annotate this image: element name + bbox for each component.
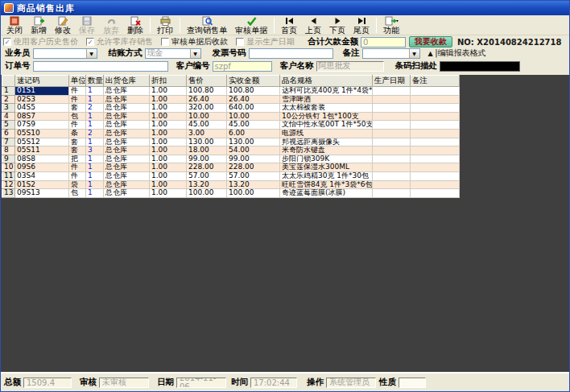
column-header[interactable]: 备注 <box>411 76 460 87</box>
cell-quantity[interactable]: 1 <box>86 155 104 163</box>
cell-warehouse[interactable]: 总仓库 <box>104 189 150 198</box>
cell-warehouse[interactable]: 总仓库 <box>104 121 150 130</box>
cell-unit[interactable]: 件 <box>69 121 86 130</box>
cell-warehouse[interactable]: 总仓库 <box>104 171 150 180</box>
cell-unit[interactable]: 件 <box>69 171 86 180</box>
cell-discount[interactable]: 1.00 <box>150 104 187 113</box>
cell-code[interactable]: 01S2 <box>15 180 69 189</box>
cell-price[interactable]: 18.00 <box>187 146 227 155</box>
column-header[interactable]: 数量 <box>86 76 104 87</box>
cell-unit[interactable]: 条 <box>69 129 86 138</box>
cell-warehouse[interactable]: 总仓库 <box>104 146 150 155</box>
cell-quantity[interactable]: 2 <box>86 129 104 138</box>
cell-code[interactable]: 08S8 <box>15 155 69 163</box>
barcode-scan-input[interactable] <box>440 61 520 72</box>
cell-warehouse[interactable]: 总仓库 <box>104 180 150 189</box>
cell-amount[interactable]: 130.00 <box>227 138 280 146</box>
cell-quantity[interactable]: 1 <box>86 112 104 121</box>
cell-unit[interactable]: 件 <box>69 87 86 96</box>
cell-product-name[interactable]: 电源线 <box>280 129 373 138</box>
cell-code[interactable]: 04S5 <box>15 104 69 113</box>
cell-production-date[interactable] <box>373 163 411 172</box>
cell-unit[interactable]: 件 <box>69 95 86 104</box>
remark-dropdown[interactable]: ▼ <box>362 48 420 59</box>
cell-quantity[interactable]: 1 <box>86 189 104 198</box>
cell-product-name[interactable]: 太太乐鸡精30克 1件*30包 <box>280 171 373 180</box>
prev-page-button[interactable]: 上页 <box>301 16 325 35</box>
cell-code[interactable]: 05S10 <box>15 129 69 138</box>
order-number-input[interactable] <box>33 61 168 72</box>
cell-quantity[interactable]: 3 <box>86 146 104 155</box>
cell-unit[interactable]: 套 <box>69 104 86 113</box>
column-header[interactable]: 实收金额 <box>227 76 280 87</box>
cell-amount[interactable]: 54.00 <box>227 146 280 155</box>
cell-price[interactable]: 99.00 <box>187 155 227 163</box>
cell-production-date[interactable] <box>373 129 411 138</box>
cell-amount[interactable]: 100.00 <box>227 189 280 198</box>
column-header[interactable]: 出货仓库 <box>104 76 150 87</box>
next-page-button[interactable]: 下页 <box>325 16 349 35</box>
cell-price[interactable]: 130.00 <box>187 138 227 146</box>
cell-warehouse[interactable]: 总仓库 <box>104 138 150 146</box>
collect-payment-button[interactable]: 我要收款 <box>409 36 452 47</box>
cell-note[interactable] <box>411 121 460 130</box>
cell-amount[interactable]: 45.00 <box>227 121 280 130</box>
cell-amount[interactable]: 57.00 <box>227 171 280 180</box>
cell-price[interactable]: 228.00 <box>187 163 227 172</box>
column-header[interactable]: 品名规格 <box>280 76 373 87</box>
cell-product-name[interactable]: 步阳门锁309K <box>280 155 373 163</box>
cell-code[interactable]: 02S3 <box>15 95 69 104</box>
checkbox-collect-after-audit[interactable]: 审核单据后收款 <box>161 36 228 47</box>
cell-discount[interactable]: 1.00 <box>150 87 187 96</box>
cell-amount[interactable]: 6.00 <box>227 129 280 138</box>
cell-product-name[interactable]: 文怡中性水笔00T 1件*50支 <box>280 121 373 130</box>
delete-button[interactable]: 删除 <box>123 16 147 35</box>
cell-product-name[interactable]: 邦视远距离摄像头 <box>280 138 373 146</box>
column-header[interactable]: 折扣 <box>150 76 187 87</box>
cell-product-name[interactable]: 太太棉被套装 <box>280 104 373 113</box>
cell-price[interactable]: 26.40 <box>187 95 227 104</box>
cell-production-date[interactable] <box>373 189 411 198</box>
cell-note[interactable] <box>411 95 460 104</box>
cell-warehouse[interactable]: 总仓库 <box>104 112 150 121</box>
cell-amount[interactable]: 10.00 <box>227 112 280 121</box>
cell-code[interactable]: 03S4 <box>15 171 69 180</box>
cell-product-name[interactable]: 旺旺雪饼84克 1件*3袋*6包 <box>280 180 373 189</box>
cell-note[interactable] <box>411 112 460 121</box>
cell-unit[interactable]: 件 <box>69 163 86 172</box>
cell-note[interactable] <box>411 138 460 146</box>
cell-warehouse[interactable]: 总仓库 <box>104 87 150 96</box>
cell-warehouse[interactable]: 总仓库 <box>104 163 150 172</box>
cell-product-name[interactable]: 10公分铁钉 1包*100支 <box>280 112 373 121</box>
cell-production-date[interactable] <box>373 155 411 163</box>
cell-discount[interactable]: 1.00 <box>150 163 187 172</box>
cell-price[interactable]: 10.00 <box>187 112 227 121</box>
cell-note[interactable] <box>411 129 460 138</box>
cell-amount[interactable]: 228.00 <box>227 163 280 172</box>
close-button[interactable]: 关闭 <box>2 16 27 35</box>
cell-production-date[interactable] <box>373 171 411 180</box>
cell-product-name[interactable]: 美宝莲保湿水300ML <box>280 163 373 172</box>
cell-amount[interactable]: 100.80 <box>227 87 280 96</box>
cell-code[interactable]: 07S9 <box>15 121 69 130</box>
cell-price[interactable]: 13.20 <box>187 180 227 189</box>
cell-quantity[interactable]: 1 <box>86 171 104 180</box>
cell-amount[interactable]: 13.20 <box>227 180 280 189</box>
cell-production-date[interactable] <box>373 95 411 104</box>
cell-discount[interactable]: 1.00 <box>150 171 187 180</box>
query-sales-button[interactable]: 查询销售单 <box>183 16 231 35</box>
column-header[interactable]: 速记码 <box>15 76 69 87</box>
cell-note[interactable] <box>411 171 460 180</box>
new-button[interactable]: 新增 <box>27 16 51 35</box>
cell-product-name[interactable]: 达利可比克400克 1件*4袋*12包 <box>280 87 373 96</box>
cell-discount[interactable]: 1.00 <box>150 112 187 121</box>
cell-product-name[interactable]: 奇迹蓝莓面膜(冰膜) <box>280 189 373 198</box>
column-header[interactable]: 生产日期 <box>373 76 411 87</box>
cell-note[interactable] <box>411 163 460 172</box>
cell-note[interactable] <box>411 155 460 163</box>
cell-code[interactable]: 01S1 <box>15 87 69 96</box>
invoice-input[interactable] <box>249 48 333 59</box>
cell-note[interactable] <box>411 146 460 155</box>
cell-price[interactable]: 45.00 <box>187 121 227 130</box>
cell-code[interactable]: 09S13 <box>15 189 69 198</box>
